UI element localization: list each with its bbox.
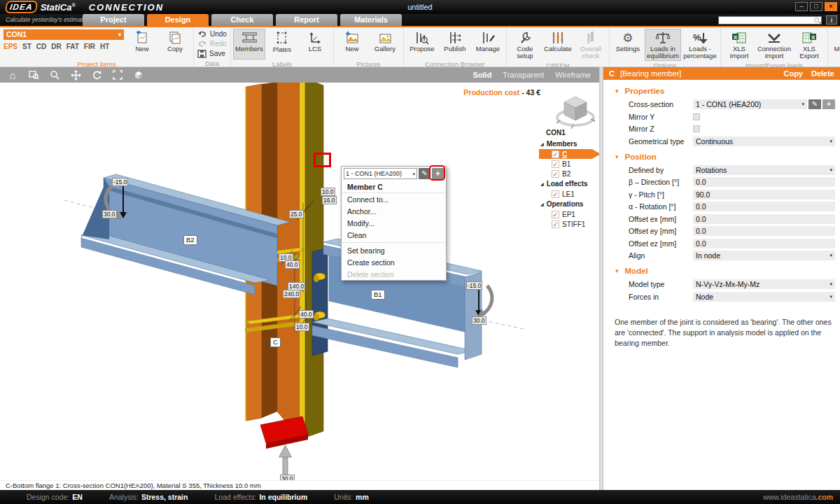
tree-root-con1[interactable]: CON1	[539, 127, 599, 139]
cross-section-select[interactable]: 1 - CON1 (HEA200)▾	[693, 99, 807, 109]
collapse-icon[interactable]: ▾	[615, 88, 619, 94]
menu-item-connect-to[interactable]: Connect to...	[342, 193, 446, 205]
delete-member-button[interactable]: Delete	[811, 69, 834, 78]
display-box-icon[interactable]	[133, 69, 144, 80]
close-button[interactable]: ×	[825, 2, 837, 11]
tree-group-members[interactable]: ◢Members	[539, 139, 599, 149]
checkbox-checked[interactable]: ✓	[552, 211, 559, 218]
labels-members-button[interactable]: Members	[233, 29, 265, 59]
picture-new-button[interactable]: New	[336, 29, 368, 59]
minimize-button[interactable]: –	[795, 2, 808, 11]
collapse-icon[interactable]: ▾	[615, 267, 619, 274]
section-properties[interactable]: ▾Properties	[603, 83, 840, 97]
loads-in-equilibrium-button[interactable]: Loads in equilibrium	[645, 29, 681, 61]
undo-button[interactable]: Undo	[197, 29, 227, 38]
calculate-button[interactable]: Calculate	[542, 29, 574, 59]
mode-wireframe[interactable]: Wireframe	[555, 71, 591, 79]
checkbox-checked[interactable]: ✓	[552, 150, 559, 158]
model-canvas[interactable]: Production cost - 43 € B2 B1 C -15.0 30.…	[0, 83, 599, 480]
tab-design[interactable]: Design	[147, 14, 209, 26]
xls-export-button[interactable]: X XLS Export	[793, 29, 825, 61]
expander-icon[interactable]: ◢	[540, 181, 544, 186]
add-cross-section-button[interactable]: +	[822, 99, 835, 109]
tree-item-le1[interactable]: ✓LE1	[539, 189, 599, 199]
edit-cross-section-button[interactable]: ✎	[808, 99, 821, 109]
picture-gallery-button[interactable]: Gallery	[369, 29, 401, 59]
redo-button[interactable]: Redo	[197, 39, 227, 48]
gamma-pitch-input[interactable]: 90.0	[693, 190, 835, 200]
tree-group-operations[interactable]: ◢Operations	[539, 199, 599, 209]
pan-icon[interactable]	[70, 69, 81, 80]
cross-section-dropdown[interactable]: 1 - CON1 (HEA200)▾	[344, 168, 417, 179]
labels-plates-button[interactable]: Plates	[266, 29, 298, 59]
menu-item-set-bearing[interactable]: Set bearing	[342, 244, 446, 256]
navigation-cube[interactable]	[554, 92, 596, 130]
code-setup-button[interactable]: Code setup	[509, 29, 541, 61]
settings-button[interactable]: ⚙ Settings	[612, 29, 644, 59]
offset-ez-input[interactable]: 0.0	[693, 239, 835, 248]
member-label-c[interactable]: C	[270, 337, 281, 347]
align-select[interactable]: In node▾	[693, 251, 835, 260]
tree-item-b1[interactable]: ✓B1	[539, 159, 599, 169]
maximize-button[interactable]: □	[810, 2, 822, 11]
browser-manage-button[interactable]: Manage	[472, 29, 504, 59]
collapse-icon[interactable]: ▾	[615, 153, 619, 160]
xls-import-button[interactable]: X XLS Import	[723, 29, 755, 61]
new-member-button[interactable]: Member	[830, 29, 840, 59]
alpha-rotation-input[interactable]: 0.0	[693, 202, 835, 211]
offset-ex-input[interactable]: 0.0	[693, 214, 835, 224]
section-model[interactable]: ▾Model	[603, 262, 840, 277]
mode-solid[interactable]: Solid	[472, 71, 491, 79]
beta-direction-input[interactable]: 0.0	[693, 177, 835, 187]
tab-materials[interactable]: Materials	[340, 14, 402, 26]
copy-project-item-button[interactable]: Copy	[159, 29, 191, 59]
info-button[interactable]: i	[826, 15, 837, 24]
expander-icon[interactable]: ◢	[540, 202, 544, 206]
tree-item-stiff1[interactable]: ✓STIFF1	[539, 219, 599, 229]
menu-item-modify[interactable]: Modify...	[342, 217, 446, 229]
menu-item-clean[interactable]: Clean	[342, 229, 446, 241]
defined-by-select[interactable]: Rotations▾	[693, 165, 835, 175]
offset-ey-input[interactable]: 0.0	[693, 226, 835, 236]
save-button[interactable]: Save	[197, 49, 227, 58]
project-item-selector[interactable]: CON1▾	[4, 29, 124, 40]
tab-report[interactable]: Report	[276, 14, 337, 26]
add-cross-section-button[interactable]: +	[432, 168, 444, 179]
geometrical-type-select[interactable]: Continuous▾	[693, 136, 835, 146]
zoom-window-icon[interactable]	[28, 69, 39, 80]
copy-member-button[interactable]: Copy	[783, 69, 803, 78]
expander-icon[interactable]: ◢	[540, 141, 544, 146]
new-project-item-button[interactable]: New	[126, 29, 158, 59]
zoom-fit-icon[interactable]	[112, 69, 123, 80]
tree-item-b2[interactable]: ✓B2	[539, 169, 599, 178]
section-position[interactable]: ▾Position	[603, 148, 840, 163]
menu-item-create-section[interactable]: Create section	[342, 256, 446, 268]
connection-import-button[interactable]: Connection Import	[756, 29, 792, 61]
tree-item-c[interactable]: ✓C	[539, 149, 599, 159]
tree-group-load-effects[interactable]: ◢Load effects	[539, 178, 599, 189]
labels-lcs-button[interactable]: LCS	[299, 29, 331, 59]
model-type-select[interactable]: N-Vy-Vz-Mx-My-Mz▾	[693, 279, 835, 289]
mirror-z-checkbox[interactable]	[693, 125, 700, 132]
zoom-icon[interactable]	[49, 69, 60, 80]
tab-check[interactable]: Check	[211, 14, 273, 26]
forces-in-select[interactable]: Node▾	[693, 292, 835, 302]
member-label-b1[interactable]: B1	[371, 290, 385, 300]
checkbox-checked[interactable]: ✓	[552, 160, 559, 168]
home-view-icon[interactable]: ⌂	[7, 69, 18, 80]
mode-transparent[interactable]: Transparent	[503, 71, 544, 79]
checkbox-checked[interactable]: ✓	[552, 190, 559, 198]
overall-check-button[interactable]: Overall check	[575, 29, 607, 61]
analysis-type-codes[interactable]: EPSSTCDDRFATFIRHT	[4, 43, 124, 50]
checkbox-checked[interactable]: ✓	[552, 170, 559, 178]
mirror-y-checkbox[interactable]	[693, 113, 700, 120]
search-input[interactable]	[718, 16, 822, 24]
browser-propose-button[interactable]: Propose	[406, 29, 438, 59]
member-label-b2[interactable]: B2	[183, 235, 197, 245]
menu-item-anchor[interactable]: Anchor...	[342, 205, 446, 217]
tree-item-ep1[interactable]: ✓EP1	[539, 209, 599, 219]
tab-project[interactable]: Project	[83, 14, 144, 26]
loads-percentage-button[interactable]: % Loads - percentage	[682, 29, 718, 61]
website-link[interactable]: www.ideastatica.com	[763, 493, 833, 501]
rotate-icon[interactable]	[91, 69, 102, 80]
